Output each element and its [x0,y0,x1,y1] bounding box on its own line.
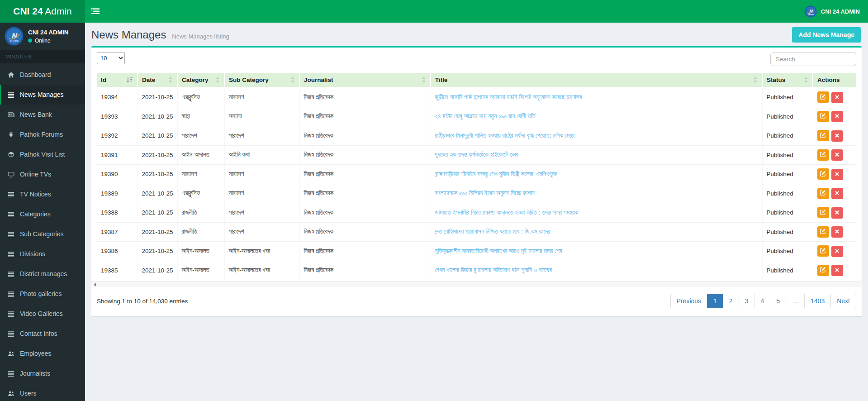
pagination-page-4[interactable]: 4 [754,294,770,308]
top-navbar: N24.com CNI 24 ADMIN [85,0,868,23]
news-title-link[interactable]: দ্রুত রোহিঙ্গাদের প্রত্যাবাসন নিশ্চিত কর… [435,228,550,235]
content-area: News Manages News Manages listing Add Ne… [85,23,868,401]
delete-button[interactable] [831,111,843,122]
sidebar-item-district-manages[interactable]: District manages [0,264,85,284]
news-title-link[interactable]: ২৪ ঘন্টায় ডেঙ্গু আক্রান্ত হয়ে নতুন ১৯০… [435,113,536,119]
cell-actions [813,203,856,223]
column-header-journalist[interactable]: Journalist [299,73,431,87]
sidebar-item-divisions[interactable]: Divisions [0,244,85,264]
app-logo[interactable]: CNI 24 Admin [0,0,85,23]
delete-button[interactable] [831,188,843,199]
add-news-manage-button[interactable]: Add News Manage [792,27,861,43]
sidebar-item-news-manages[interactable]: News Manages [0,85,85,105]
sidebar-item-online-tvs[interactable]: Online TVs [0,164,85,184]
sidebar-item-video-galleries[interactable]: Video Galleries [0,304,85,324]
horizontal-scrollbar[interactable] [91,281,862,287]
list-icon [7,370,15,377]
list-icon [7,291,15,297]
cell-journalist: নিজস্ব প্রতিবেদক [299,184,431,203]
news-title-link[interactable]: দুদকের এক তদন্ত কর্মকর্তাকে হাইকোর্টে তল… [435,151,518,158]
page-length-select[interactable]: 10 [97,52,125,64]
edit-button[interactable] [817,265,829,276]
navbar-user-menu[interactable]: N24.com CNI 24 ADMIN [799,0,865,23]
sidebar-item-tv-notices[interactable]: TV Notices [0,184,85,204]
cell-date: 2021-10-25 [138,222,177,242]
search-input[interactable] [770,52,856,66]
news-title-link[interactable]: বেগম খালেদা জিয়ার দু’মামলায় অভিযোগ গঠন… [435,267,552,273]
edit-button[interactable] [817,111,829,122]
delete-button[interactable] [831,226,843,238]
page-subtitle: News Manages listing [172,33,229,40]
edit-icon [820,248,826,255]
sidebar-item-employees[interactable]: Employees [0,344,85,363]
pagination: Previous12345…1403Next [671,294,856,308]
edit-button[interactable] [817,245,829,257]
sidebar-item-pathok-forums[interactable]: Pathok Forums [0,124,85,144]
column-header-category[interactable]: Category [177,73,224,87]
edit-button[interactable] [817,91,829,103]
cube-icon [7,151,15,158]
edit-button[interactable] [817,149,829,161]
edit-button[interactable] [817,188,829,199]
delete-button[interactable] [831,207,843,219]
pagination-page-1403[interactable]: 1403 [804,294,831,308]
sidebar-item-journalists[interactable]: Journalists [0,363,85,383]
cell-actions [813,184,856,203]
pagination-previous[interactable]: Previous [670,294,707,308]
users-icon [7,390,15,397]
cell-category: আইন-আদালত [177,145,224,165]
sidebar-item-news-bank[interactable]: News Bank [0,105,85,124]
pagination-page-1[interactable]: 1 [707,294,723,308]
delete-button[interactable] [831,265,843,276]
sidebar-item-users[interactable]: Users [0,383,85,401]
edit-button[interactable] [817,226,829,238]
sidebar-item-label: Online TVs [20,171,51,178]
edit-button[interactable] [817,130,829,141]
column-label: Date [142,76,155,83]
pagination-page-5[interactable]: 5 [770,294,786,308]
delete-icon [835,229,840,235]
cell-status: Published [762,87,813,107]
news-title-link[interactable]: জামায়াত ইসলামীর বিচার প্রকাশ্য আদালতে হ… [435,209,579,216]
cell-id: 19385 [97,261,138,280]
cell-actions [813,107,856,126]
delete-button[interactable] [831,246,843,257]
sidebar-item-dashboard[interactable]: Dashboard [0,65,85,85]
cell-journalist: নিজস্ব প্রতিবেদক [299,261,431,280]
sidebar-item-pathok-visit-list[interactable]: Pathok Visit List [0,144,85,164]
column-header-sub-category[interactable]: Sub Category [224,73,299,87]
app-logo-bold: CNI 24 [13,6,43,16]
sort-both-icon [168,77,173,83]
sidebar-item-label: Pathok Forums [20,131,63,138]
news-title-link[interactable]: ব্রাহ্মণবাড়িয়ার ‘চিনাইর বঙ্গবন্ধু শেখ … [435,171,557,177]
column-header-title[interactable]: Title [431,73,762,87]
list-icon [7,310,15,317]
cell-title: বাংলাদেশকে ৫০০ মিলিয়ন ইয়েন অনুদান দিচ্… [431,184,762,203]
news-title-link[interactable]: জুড়ীতে সাফারি পার্ক স্থাপনের সম্ভাব্যতা… [435,94,582,100]
scroll-left-arrow-icon[interactable] [94,283,96,286]
pagination-page-3[interactable]: 3 [739,294,755,308]
delete-button[interactable] [831,130,843,142]
sidebar-toggle-button[interactable] [85,0,106,23]
news-title-link[interactable]: বাংলাদেশকে ৫০০ মিলিয়ন ইয়েন অনুদান দিচ্… [435,190,535,196]
news-title-link[interactable]: মুক্তিযুদ্ধকালীন মানবতাবিরোধী অপরাধের আর… [435,248,562,254]
sidebar-item-contact-infos[interactable]: Contact Infos [0,324,85,344]
edit-button[interactable] [817,207,829,218]
edit-button[interactable] [817,168,829,180]
pagination-page-2[interactable]: 2 [723,294,739,308]
sidebar-item-photo-galleries[interactable]: Photo galleries [0,284,85,304]
cell-status: Published [762,203,813,223]
delete-button[interactable] [831,169,843,180]
delete-button[interactable] [831,92,843,103]
delete-button[interactable] [831,149,843,161]
pagination-next[interactable]: Next [830,294,856,308]
sidebar-item-sub-categories[interactable]: Sub Categories [0,224,85,244]
column-header-date[interactable]: Date [138,73,177,87]
navbar-user-name: CNI 24 ADMIN [821,8,860,15]
sidebar-item-categories[interactable]: Categories [0,204,85,224]
column-header-status[interactable]: Status [762,73,813,87]
column-header-id[interactable]: Id [97,73,138,87]
cell-sub-category: অন্যান্য [224,107,299,126]
pagination-ellipsis: … [786,294,805,308]
news-title-link[interactable]: রাষ্ট্রীয়ভাবে মিলাদুন্নবী পালিত হওয়ায়… [435,132,575,139]
